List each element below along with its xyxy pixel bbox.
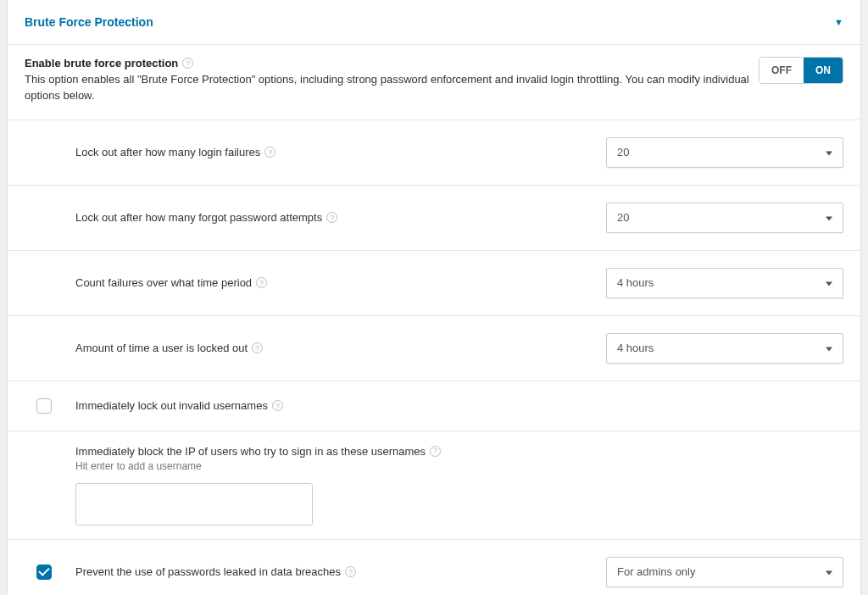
label-text: Immediately block the IP of users who tr…: [75, 445, 426, 458]
help-icon[interactable]: ?: [430, 446, 441, 457]
label-text: Lock out after how many login failures: [75, 146, 260, 158]
leaked-passwords-select[interactable]: For admins only: [606, 557, 843, 587]
lockout-time-row: Amount of time a user is locked out ? 4 …: [8, 316, 860, 381]
master-label: Enable brute force protection ?: [25, 57, 759, 70]
master-toggle-row: Enable brute force protection ? This opt…: [8, 45, 860, 120]
time-period-label: Count failures over what time period ?: [25, 276, 606, 289]
label-text: Lock out after how many forgot password …: [75, 211, 322, 224]
forgot-password-row: Lock out after how many forgot password …: [8, 186, 860, 251]
toggle-off-button[interactable]: OFF: [760, 58, 804, 83]
collapse-caret-icon[interactable]: ▼: [834, 17, 843, 27]
invalid-usernames-checkbox[interactable]: [36, 398, 52, 414]
help-icon[interactable]: ?: [345, 566, 356, 577]
label-text: Prevent the use of passwords leaked in d…: [75, 565, 341, 578]
select-value: 4 hours: [617, 342, 654, 354]
help-icon[interactable]: ?: [272, 400, 283, 411]
help-icon[interactable]: ?: [182, 58, 193, 69]
label-text: Count failures over what time period: [75, 276, 252, 289]
time-period-select[interactable]: 4 hours: [606, 268, 843, 298]
leaked-passwords-checkbox[interactable]: [36, 564, 52, 580]
login-failures-select[interactable]: 20: [606, 137, 843, 168]
forgot-password-select[interactable]: 20: [606, 203, 843, 233]
help-icon[interactable]: ?: [256, 277, 267, 288]
forgot-password-label: Lock out after how many forgot password …: [25, 211, 606, 224]
help-icon[interactable]: ?: [252, 342, 263, 353]
select-value: 20: [617, 146, 629, 158]
login-failures-row: Lock out after how many login failures ?…: [8, 120, 860, 186]
block-ip-row: Immediately block the IP of users who tr…: [8, 431, 860, 540]
leaked-passwords-label: Prevent the use of passwords leaked in d…: [75, 565, 606, 578]
select-value: For admins only: [617, 565, 695, 578]
label-text: Amount of time a user is locked out: [75, 342, 248, 354]
block-ip-label: Immediately block the IP of users who tr…: [75, 445, 843, 458]
help-icon[interactable]: ?: [326, 212, 337, 223]
master-toggle[interactable]: OFF ON: [759, 57, 843, 84]
master-label-text: Enable brute force protection: [25, 57, 178, 70]
lockout-time-label: Amount of time a user is locked out ?: [25, 342, 606, 354]
panel-title: Brute Force Protection: [25, 15, 153, 29]
login-failures-label: Lock out after how many login failures ?: [25, 146, 606, 158]
lockout-time-select[interactable]: 4 hours: [606, 333, 843, 364]
invalid-usernames-row: Immediately lock out invalid usernames ?: [8, 381, 860, 431]
select-value: 4 hours: [617, 276, 654, 289]
block-ip-sublabel: Hit enter to add a username: [75, 460, 843, 472]
panel-header[interactable]: Brute Force Protection ▼: [8, 0, 860, 45]
leaked-passwords-row: Prevent the use of passwords leaked in d…: [8, 540, 860, 595]
block-ip-usernames-input[interactable]: [75, 483, 313, 525]
label-text: Immediately lock out invalid usernames: [75, 399, 268, 412]
select-value: 20: [617, 211, 629, 224]
toggle-on-button[interactable]: ON: [804, 58, 843, 83]
help-icon[interactable]: ?: [264, 147, 275, 158]
time-period-row: Count failures over what time period ? 4…: [8, 251, 860, 316]
master-description: This option enables all "Brute Force Pro…: [25, 72, 759, 104]
invalid-usernames-label: Immediately lock out invalid usernames ?: [75, 399, 843, 412]
